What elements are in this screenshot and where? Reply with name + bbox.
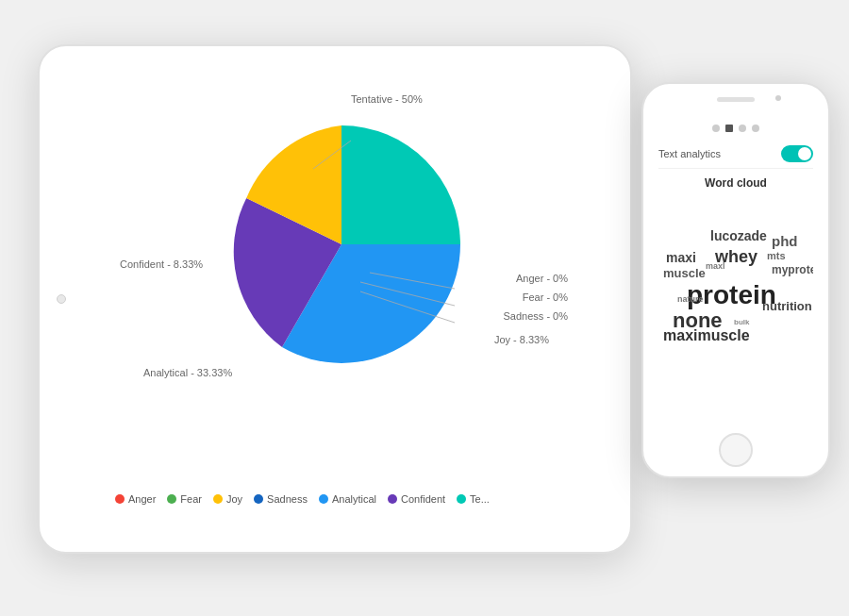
word-9: myprote <box>772 263 813 276</box>
nav-dot-1 <box>712 125 720 132</box>
phone-home-button[interactable] <box>719 433 753 467</box>
label-joy: Joy - 8.33% <box>494 334 549 345</box>
word-cloud: proteinnonewheylucozadephdmusclemaximaxi… <box>658 195 813 346</box>
nav-dot-3 <box>752 125 759 132</box>
scene: Tentative - 50% Analytical - 33.33% Conf… <box>19 25 830 591</box>
tablet: Tentative - 50% Analytical - 33.33% Conf… <box>38 44 632 554</box>
phone: Text analytics Word cloud proteinnonewhe… <box>641 82 830 478</box>
toggle-label: Text analytics <box>658 148 721 159</box>
nav-dot-2 <box>739 125 746 132</box>
word-6: maxi <box>666 250 696 265</box>
chart-area: Tentative - 50% Analytical - 33.33% Conf… <box>77 65 611 533</box>
word-4: phd <box>772 233 798 249</box>
toggle-circle <box>798 147 811 160</box>
legend-item-confident: Confident <box>388 493 445 505</box>
legend-dot-sadness <box>254 494 263 504</box>
legend-dot-te <box>457 494 466 504</box>
legend-dot-joy <box>213 494 223 504</box>
word-13: bulk <box>734 318 749 326</box>
phone-screen: Text analytics Word cloud proteinnonewhe… <box>649 117 823 425</box>
word-10: nutrition <box>762 299 812 313</box>
legend-item-fear: Fear <box>167 493 202 505</box>
legend-item-sadness: Sadness <box>254 493 308 505</box>
legend-label-confident: Confident <box>401 493 445 505</box>
phone-nav <box>649 117 823 140</box>
word-3: lucozade <box>710 228 767 243</box>
nav-square <box>725 125 733 132</box>
label-tentative: Tentative - 50% <box>351 93 423 105</box>
legend-item-analytical: Analytical <box>319 493 376 505</box>
word-5: muscle <box>663 266 706 280</box>
legend-dot-confident <box>388 494 397 504</box>
legend-item-te: Te... <box>457 493 490 505</box>
legend-item-anger: Anger <box>115 493 156 505</box>
word-7: maximuscle <box>663 327 750 344</box>
legend-dot-analytical <box>319 494 328 504</box>
toggle-row: Text analytics <box>658 140 813 169</box>
phone-speaker <box>717 97 755 102</box>
phone-content: Text analytics Word cloud proteinnonewhe… <box>649 140 823 346</box>
label-sadness: Sadness - 0% <box>504 310 568 322</box>
tablet-screen: Tentative - 50% Analytical - 33.33% Conf… <box>77 65 611 533</box>
label-fear: Fear - 0% <box>523 291 568 303</box>
pie-chart-container: Tentative - 50% Analytical - 33.33% Conf… <box>134 93 530 424</box>
word-11: nature <box>677 294 704 304</box>
label-anger: Anger - 0% <box>516 273 568 284</box>
label-confident: Confident - 8.33% <box>120 258 203 270</box>
pie-chart-svg <box>209 112 474 376</box>
legend-dot-fear <box>167 494 176 504</box>
label-analytical: Analytical - 33.33% <box>143 367 232 378</box>
legend-item-joy: Joy <box>213 493 242 505</box>
legend-label-analytical: Analytical <box>332 493 376 505</box>
legend-label-anger: Anger <box>128 493 156 505</box>
legend-label-fear: Fear <box>180 493 202 505</box>
word-12: maxl <box>706 261 725 271</box>
word-8: mts <box>767 250 786 261</box>
legend-label-joy: Joy <box>226 493 242 505</box>
legend-label-sadness: Sadness <box>267 493 308 505</box>
tablet-camera <box>57 294 66 304</box>
phone-camera <box>775 95 781 101</box>
word-cloud-title: Word cloud <box>658 169 813 195</box>
chart-legend: Anger Fear Joy Sadness <box>115 493 490 505</box>
legend-dot-anger <box>115 494 125 504</box>
legend-label-te: Te... <box>470 493 490 505</box>
slice-tentative <box>341 125 460 244</box>
text-analytics-toggle[interactable] <box>781 145 813 162</box>
